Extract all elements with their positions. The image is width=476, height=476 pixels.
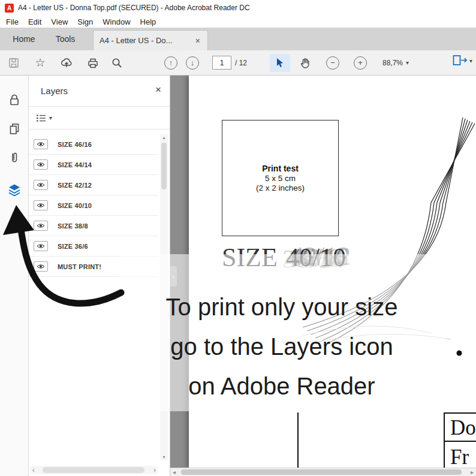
menu-file[interactable]: File — [1, 17, 23, 26]
next-page-button[interactable]: ↓ — [182, 54, 203, 72]
page-display-dropdown[interactable]: ▾ — [452, 54, 472, 67]
scroll-left-icon[interactable]: ‹ — [32, 466, 35, 474]
layer-visibility-toggle[interactable] — [34, 139, 48, 149]
menu-help[interactable]: Help — [135, 17, 161, 26]
tab-tools[interactable]: Tools — [47, 28, 84, 50]
layers-panel-title: Layers — [41, 86, 68, 96]
scrollbar-thumb[interactable] — [181, 469, 462, 475]
find-button[interactable] — [107, 54, 127, 72]
tab-document-label: A4 - Letter US - Do... — [100, 36, 172, 45]
title-bar: A A4 - Letter US - Donna Top.pdf (SECURE… — [0, 0, 476, 16]
panel-close-icon[interactable]: × — [155, 84, 161, 96]
layers-icon — [8, 183, 21, 197]
previous-page-button[interactable]: ↑ — [161, 54, 181, 72]
tab-document[interactable]: A4 - Letter US - Do... × — [93, 30, 208, 50]
tab-bar: Home Tools A4 - Letter US - Do... × — [0, 28, 476, 50]
layer-name: SIZE 46/16 — [58, 141, 92, 148]
chevron-down-icon[interactable]: ▾ — [49, 115, 52, 121]
attachments-button[interactable] — [4, 149, 25, 167]
layer-visibility-toggle[interactable] — [34, 180, 48, 190]
page-thumbnails-button[interactable] — [4, 120, 25, 138]
page-scrolling-icon — [452, 54, 468, 67]
layer-name: SIZE 42/12 — [58, 182, 92, 189]
arrowhead — [3, 205, 34, 235]
tab-close-icon[interactable]: × — [194, 36, 201, 46]
layers-options-row: ▾ — [29, 107, 170, 129]
pattern-vertical-line — [297, 412, 299, 468]
cursor-arrow-icon — [276, 58, 284, 68]
acrobat-window: A A4 - Letter US - Donna Top.pdf (SECURE… — [0, 0, 476, 476]
favorite-button[interactable]: ☆ — [30, 54, 50, 72]
star-icon: ☆ — [35, 57, 45, 68]
panel-horizontal-scrollbar[interactable]: ‹ › — [31, 466, 158, 474]
annotation-line-3: on Adobe Reader — [114, 366, 450, 406]
select-tool-button[interactable] — [270, 54, 290, 72]
hand-tool-button[interactable] — [295, 54, 315, 72]
save-icon — [8, 57, 20, 69]
annotation-text: To print only your size go to the Layers… — [114, 287, 450, 406]
page-count-label: / 12 — [235, 59, 247, 67]
scroll-right-icon[interactable]: ▸ — [471, 469, 474, 475]
scrollbar-thumb[interactable] — [43, 467, 144, 473]
hand-icon — [299, 57, 311, 69]
minus-circle-icon: − — [326, 56, 339, 70]
layer-row[interactable]: SIZE 44/14 — [29, 155, 158, 175]
corner-text-fr: Fr — [445, 442, 476, 468]
security-settings-button[interactable] — [4, 91, 25, 109]
layer-row[interactable]: SIZE 46/16 — [29, 134, 158, 155]
paperclip-icon — [8, 151, 20, 164]
save-button[interactable] — [4, 54, 24, 72]
zoom-in-button[interactable]: + — [350, 54, 370, 72]
scroll-up-icon[interactable]: ▲ — [160, 135, 168, 140]
menu-bar: File Edit View Sign Window Help — [0, 16, 476, 28]
layer-row[interactable]: SIZE 42/12 — [29, 175, 158, 195]
layers-panel-button[interactable] — [4, 181, 25, 199]
zoom-out-button[interactable]: − — [323, 54, 343, 72]
printer-icon — [86, 57, 100, 69]
zoom-level-dropdown[interactable]: 88,7% ▾ — [382, 59, 409, 67]
eye-icon — [37, 182, 45, 188]
annotation-line-2: go to the Layers icon — [114, 327, 450, 366]
zoom-level-value: 88,7% — [382, 59, 403, 67]
scroll-down-icon[interactable]: ▼ — [160, 455, 168, 459]
layers-panel-header: Layers × — [29, 76, 170, 107]
share-cloud-button[interactable] — [56, 54, 77, 72]
arrow-down-circle-icon: ↓ — [186, 56, 199, 70]
menu-sign[interactable]: Sign — [73, 17, 98, 26]
main-toolbar: ☆ ↑ ↓ 1 / 12 — [0, 50, 476, 76]
layer-name: SIZE 44/14 — [58, 161, 92, 168]
cloud-upload-icon — [60, 57, 73, 69]
scroll-right-icon[interactable]: › — [153, 466, 156, 474]
print-button[interactable] — [83, 54, 103, 72]
pattern-corner-label-box: Do Fr — [444, 412, 476, 468]
annotation-line-1: To print only your size — [114, 287, 450, 327]
eye-icon — [37, 141, 45, 147]
menu-window[interactable]: Window — [98, 17, 135, 26]
corner-text-do: Do — [445, 414, 476, 442]
chevron-down-icon: ▾ — [406, 59, 409, 66]
menu-view[interactable]: View — [46, 17, 73, 26]
layer-visibility-toggle[interactable] — [34, 159, 48, 170]
plus-circle-icon: + — [354, 56, 367, 70]
window-title: A4 - Letter US - Donna Top.pdf (SECURED)… — [18, 4, 250, 12]
pattern-dot — [457, 351, 462, 356]
tab-home[interactable]: Home — [6, 28, 42, 50]
chevron-down-icon: ▾ — [469, 58, 472, 64]
pages-icon — [8, 122, 20, 135]
magnifier-icon — [111, 57, 123, 69]
scroll-left-icon[interactable]: ◂ — [173, 469, 176, 475]
options-list-icon[interactable] — [36, 114, 47, 122]
page-number-input[interactable]: 1 — [212, 56, 231, 70]
menu-edit[interactable]: Edit — [23, 17, 46, 26]
scrollbar-thumb[interactable] — [161, 143, 167, 189]
adobe-acrobat-icon: A — [5, 4, 14, 13]
arrow-up-circle-icon: ↑ — [164, 56, 177, 70]
lock-icon — [8, 94, 20, 107]
eye-icon — [37, 162, 45, 167]
document-horizontal-scrollbar[interactable]: ◂ ▸ — [170, 468, 476, 476]
hand-drawn-arrow — [0, 198, 138, 318]
